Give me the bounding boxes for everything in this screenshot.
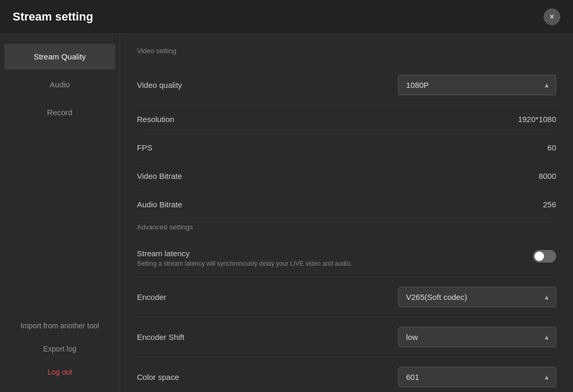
resolution-value: 1920*1080 — [518, 115, 556, 124]
stream-setting-modal: Stream setting × Stream Quality Audio Re… — [0, 0, 573, 392]
encoder-shift-row: Encoder Shift low medium high ▲ — [137, 317, 556, 357]
stream-latency-desc: Setting a stream latency will synchronou… — [137, 260, 522, 267]
modal-body: Stream Quality Audio Record Import from … — [0, 34, 573, 392]
stream-latency-row: Stream latency Setting a stream latency … — [137, 239, 556, 277]
encoder-shift-select[interactable]: low medium high — [398, 327, 556, 347]
fps-value: 60 — [547, 143, 556, 152]
video-bitrate-value: 8000 — [539, 172, 556, 180]
sidebar-item-stream-quality[interactable]: Stream Quality — [4, 44, 115, 69]
close-button[interactable]: × — [544, 8, 560, 25]
toggle-slider — [533, 250, 556, 263]
resolution-row: Resolution 1920*1080 — [137, 105, 556, 134]
encoder-select-wrapper: V265(Soft codec) H264 H265 ▲ — [398, 287, 556, 307]
video-quality-select[interactable]: 1080P 720P 4K — [398, 75, 556, 95]
stream-latency-title: Stream latency — [137, 249, 522, 258]
modal-title: Stream setting — [13, 10, 93, 24]
sidebar-item-import[interactable]: Import from another tool — [0, 314, 120, 337]
video-bitrate-label: Video Bitrate — [137, 172, 182, 180]
video-quality-select-wrapper: 1080P 720P 4K ▲ — [398, 75, 556, 95]
encoder-select[interactable]: V265(Soft codec) H264 H265 — [398, 287, 556, 307]
audio-bitrate-label: Audio Bitrate — [137, 200, 182, 209]
audio-bitrate-row: Audio Bitrate 256 — [137, 190, 556, 219]
modal-header: Stream setting × — [0, 0, 573, 34]
video-quality-row: Video quality 1080P 720P 4K ▲ — [137, 65, 556, 105]
stream-latency-text: Stream latency Setting a stream latency … — [137, 249, 522, 267]
color-space-select-wrapper: 601 709 ▲ — [398, 367, 556, 387]
sidebar-item-logout[interactable]: Log out — [0, 360, 120, 384]
sidebar: Stream Quality Audio Record Import from … — [0, 34, 120, 392]
sidebar-spacer — [0, 126, 120, 314]
video-section-label: Video setting — [137, 47, 556, 55]
video-quality-label: Video quality — [137, 81, 182, 89]
fps-row: FPS 60 — [137, 134, 556, 162]
fps-label: FPS — [137, 143, 152, 152]
color-space-select[interactable]: 601 709 — [398, 367, 556, 387]
stream-latency-toggle[interactable] — [533, 250, 556, 263]
sidebar-item-export-log[interactable]: Export log — [0, 337, 120, 360]
resolution-label: Resolution — [137, 115, 174, 124]
encoder-shift-label: Encoder Shift — [137, 333, 184, 341]
sidebar-bottom: Import from another tool Export log Log … — [0, 314, 120, 392]
audio-bitrate-value: 256 — [543, 200, 556, 209]
encoder-shift-select-wrapper: low medium high ▲ — [398, 327, 556, 347]
main-content: Video setting Video quality 1080P 720P 4… — [120, 34, 573, 392]
color-space-row: Color space 601 709 ▲ — [137, 357, 556, 392]
video-bitrate-row: Video Bitrate 8000 — [137, 162, 556, 190]
advanced-section: Advanced settings Stream latency Setting… — [137, 223, 556, 392]
sidebar-item-audio[interactable]: Audio — [4, 72, 115, 97]
encoder-row: Encoder V265(Soft codec) H264 H265 ▲ — [137, 277, 556, 317]
color-space-label: Color space — [137, 373, 179, 381]
encoder-label: Encoder — [137, 293, 166, 301]
advanced-section-label: Advanced settings — [137, 223, 556, 231]
sidebar-item-record[interactable]: Record — [4, 99, 115, 125]
